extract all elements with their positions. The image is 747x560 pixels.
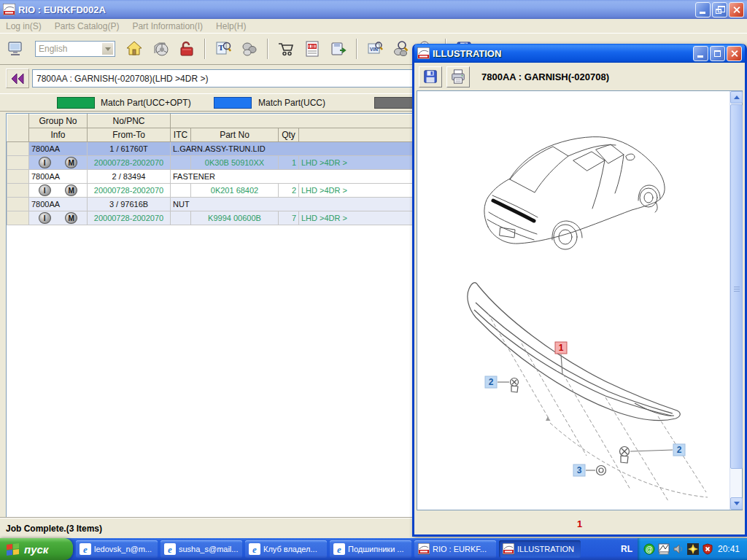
task-label: ILLUSTRATION: [517, 545, 574, 553]
row-selector[interactable]: [7, 156, 29, 170]
taskbar-task-illustration[interactable]: ILLUSTRATION: [499, 540, 581, 558]
col-header-no-pnc[interactable]: No/PNC: [88, 114, 171, 128]
task-label: Клуб владел...: [263, 545, 317, 553]
scroll-down-button[interactable]: [730, 497, 743, 510]
lock-icon[interactable]: [175, 37, 198, 61]
menu-parts-catalog[interactable]: Parts Catalog(P): [55, 21, 120, 31]
text-search-icon[interactable]: T: [212, 37, 235, 61]
ie-icon: e: [164, 543, 176, 555]
restore-button[interactable]: [712, 2, 727, 18]
taskbar-task-4[interactable]: e Подшипники ...: [330, 540, 411, 558]
export-icon[interactable]: [327, 37, 350, 61]
illustration-toolbar: 7800AA : GARNISH(-020708): [414, 63, 745, 90]
legend-label-ucc: Match Part(UCC): [258, 98, 325, 108]
vertical-scrollbar[interactable]: [729, 91, 742, 510]
col-header-part-no[interactable]: Part No: [191, 128, 279, 142]
cell-no-pnc: 3 / 97616B: [88, 198, 171, 211]
network-tray-icon[interactable]: [658, 543, 670, 555]
maximize-button[interactable]: [710, 46, 725, 61]
language-indicator[interactable]: RL: [616, 544, 638, 554]
move-button[interactable]: M: [65, 157, 77, 168]
cell-itc: [171, 184, 191, 198]
cell-part-no: 0K30B 50910XX: [191, 156, 279, 170]
info-button[interactable]: I: [39, 212, 51, 224]
svg-text:1: 1: [559, 343, 564, 353]
task-label: ledovsk_n@m...: [94, 545, 152, 553]
app-icon: [417, 47, 430, 59]
legend-label-ucc-opt: Match Part(UCC+OPT): [101, 98, 191, 108]
task-label: RIO : EURKF...: [433, 545, 487, 553]
taskbar-task-2[interactable]: e susha_s@mail...: [160, 540, 242, 558]
messenger-tray-icon[interactable]: [687, 543, 699, 555]
cell-no-pnc: 2 / 83494: [88, 170, 171, 184]
svg-text:e: e: [168, 544, 172, 555]
svg-text:@: @: [646, 545, 653, 553]
back-button[interactable]: [6, 69, 29, 88]
code-icon[interactable]: [301, 37, 324, 61]
menu-login[interactable]: Log in(S): [6, 21, 42, 31]
print-icon: [450, 69, 466, 85]
taskbar-task-1[interactable]: e ledovsk_n@m...: [76, 540, 158, 558]
start-label: пуск: [24, 543, 48, 556]
antivirus-tray-icon[interactable]: [702, 543, 713, 555]
callout-2-left[interactable]: 2: [485, 376, 497, 388]
save-button[interactable]: [419, 66, 442, 88]
minimize-button[interactable]: [695, 2, 711, 18]
row-selector[interactable]: [7, 184, 29, 198]
illustration-content: 1 2 2 3: [417, 90, 743, 510]
col-header-qty[interactable]: Qty: [279, 128, 299, 142]
callout-3[interactable]: 3: [573, 464, 585, 476]
print-button[interactable]: [446, 66, 470, 88]
row-selector[interactable]: [7, 198, 29, 211]
app-icon: [3, 4, 15, 15]
row-selector-header[interactable]: [7, 114, 29, 142]
cell-from-to: 20000728-2002070: [88, 156, 171, 170]
ie-icon: e: [249, 543, 260, 555]
start-button[interactable]: пуск: [0, 538, 73, 560]
icq-tray-icon[interactable]: @: [643, 543, 655, 555]
language-select[interactable]: English: [35, 41, 115, 57]
col-header-info[interactable]: Info: [29, 128, 88, 142]
menu-help[interactable]: Help(H): [216, 21, 246, 31]
move-button[interactable]: M: [65, 212, 77, 224]
parts-icon[interactable]: [238, 37, 261, 61]
kia-app-icon: [503, 543, 514, 555]
steering-wheel-icon[interactable]: [149, 37, 172, 61]
taskbar-task-3[interactable]: e Клуб владел...: [245, 540, 327, 558]
cart-icon[interactable]: [274, 37, 298, 61]
minimize-button[interactable]: [693, 46, 708, 61]
cell-info: IM: [29, 211, 88, 225]
col-header-group-no[interactable]: Group No: [29, 114, 88, 128]
taskbar-task-rio[interactable]: RIO : EURKF...: [414, 540, 496, 558]
scrollbar-thumb[interactable]: [730, 104, 743, 469]
parts-search-icon[interactable]: [390, 37, 413, 61]
close-button[interactable]: [729, 2, 744, 18]
close-button[interactable]: [727, 46, 742, 61]
menu-bar: Log in(S) Parts Catalog(P) Part Informat…: [0, 19, 747, 34]
network-monitor-icon[interactable]: [4, 37, 28, 61]
svg-text:e: e: [252, 544, 257, 555]
col-header-from-to[interactable]: From-To: [88, 128, 171, 142]
info-button[interactable]: I: [39, 157, 51, 168]
menu-part-information[interactable]: Part Information(I): [132, 21, 203, 31]
row-selector[interactable]: [7, 170, 29, 184]
home-icon[interactable]: [123, 37, 146, 61]
ie-icon: e: [333, 543, 345, 555]
cell-group-no: 7800AA: [29, 170, 88, 184]
callout-2-right[interactable]: 2: [673, 444, 685, 456]
scroll-up-button[interactable]: [730, 91, 743, 104]
vin-search-icon[interactable]: VIN: [363, 37, 387, 61]
row-selector[interactable]: [7, 211, 29, 225]
toolbar-separator: [267, 39, 268, 59]
info-button[interactable]: I: [39, 184, 51, 196]
volume-tray-icon[interactable]: [673, 543, 684, 555]
clock[interactable]: 20:41: [718, 544, 740, 554]
callout-1[interactable]: 1: [555, 342, 567, 354]
move-button[interactable]: M: [65, 184, 77, 196]
task-label: susha_s@mail...: [179, 545, 238, 553]
chevron-down-icon[interactable]: [101, 42, 114, 55]
cell-qty: 2: [279, 184, 299, 198]
taskbar: пуск e ledovsk_n@m... e susha_s@mail... …: [0, 538, 747, 560]
row-selector[interactable]: [7, 142, 29, 156]
col-header-itc[interactable]: ITC: [171, 128, 191, 142]
